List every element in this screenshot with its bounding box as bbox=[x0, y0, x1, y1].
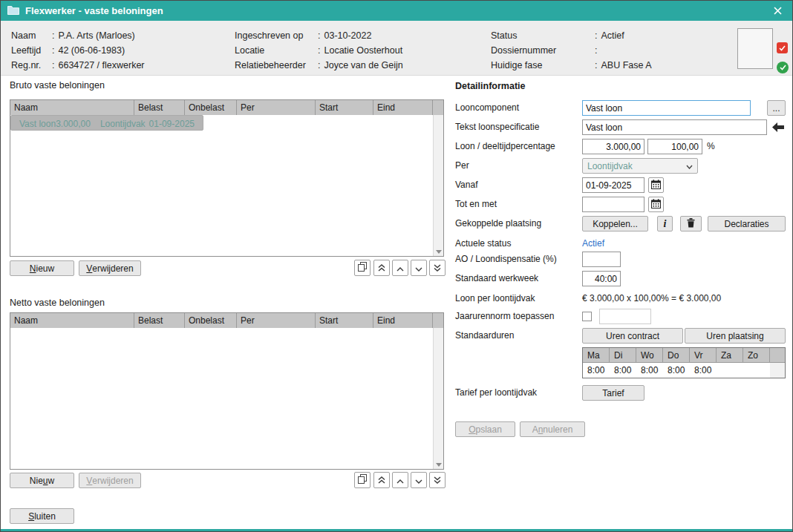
chevron-down-icon bbox=[415, 475, 422, 486]
netto-move-bottom-button[interactable] bbox=[429, 472, 446, 488]
header-field-leeftijd: Leeftijd:42 (06-06-1983) bbox=[11, 43, 145, 58]
per-select-value: Loontijdvak bbox=[587, 161, 633, 171]
tarief-per-loontijdvak-label: Tarief per loontijdvak bbox=[455, 385, 537, 401]
loon-deeltijdpercentage-label: Loon / deeltijdpercentage bbox=[455, 139, 555, 154]
bruto-nieuw-button[interactable]: Nieuw bbox=[10, 260, 74, 276]
weekday-header-cell: Vr bbox=[690, 348, 717, 363]
chevron-up-icon bbox=[396, 475, 404, 486]
per-select[interactable]: Loontijdvak bbox=[582, 158, 698, 174]
bruto-move-down-button[interactable] bbox=[411, 260, 427, 276]
red-status-icon bbox=[777, 42, 788, 53]
bruto-move-bottom-button[interactable] bbox=[429, 260, 446, 276]
column-header: Onbelast bbox=[185, 100, 237, 115]
jaarurennorm-label: Jaarurennorm toepassen bbox=[455, 309, 554, 324]
chevrons-double-up-icon bbox=[378, 475, 385, 486]
bruto-vertical-scrollbar[interactable] bbox=[433, 115, 443, 256]
ao-loondispensatie-input[interactable] bbox=[582, 252, 621, 267]
column-header: Belast bbox=[134, 100, 185, 115]
percent-sign: % bbox=[707, 139, 715, 154]
annuleren-button: Annuleren bbox=[520, 421, 585, 437]
netto-vertical-scrollbar[interactable] bbox=[433, 328, 443, 469]
netto-copy-button[interactable] bbox=[354, 472, 371, 488]
green-check-icon bbox=[777, 62, 789, 73]
weekday-header-cell: Wo bbox=[636, 348, 663, 363]
tot-en-met-input[interactable] bbox=[582, 197, 644, 212]
scroll-down-arrow-icon bbox=[436, 463, 442, 467]
bruto-table: Naam Belast Onbelast Per Start Eind Vast… bbox=[10, 99, 444, 257]
looncomponent-input[interactable] bbox=[582, 100, 751, 116]
info-button[interactable]: i bbox=[657, 216, 673, 231]
bruto-table-row[interactable]: Vast loon 3.000,00 Loontijdvak 01-09-202… bbox=[10, 115, 203, 131]
header-field-status: Status:Actief bbox=[491, 28, 652, 43]
weekday-header-cell: Ma bbox=[583, 348, 610, 363]
header-field-naam: Naam:P.A. Arts (Marloes) bbox=[11, 28, 145, 43]
tot-en-met-calendar-button[interactable] bbox=[648, 197, 664, 212]
header-field-ingeschreven: Ingeschreven op:03-10-2022 bbox=[235, 28, 403, 43]
vanaf-input[interactable] bbox=[582, 177, 644, 193]
looncomponent-label: Looncomponent bbox=[455, 100, 519, 116]
photo-placeholder bbox=[737, 28, 773, 69]
bruto-move-top-button[interactable] bbox=[373, 260, 390, 276]
netto-nieuw-button[interactable]: Nieuw bbox=[10, 473, 74, 488]
opslaan-button: Opslaan bbox=[455, 421, 515, 437]
uren-plaatsing-button[interactable]: Uren plaatsing bbox=[685, 328, 786, 344]
loon-bedrag-input[interactable] bbox=[582, 139, 644, 154]
weekday-header-cell: Za bbox=[717, 348, 743, 363]
column-header: Per bbox=[237, 313, 316, 328]
gekoppelde-plaatsing-label: Gekoppelde plaatsing bbox=[455, 216, 541, 231]
bruto-table-header: Naam Belast Onbelast Per Start Eind bbox=[10, 100, 443, 115]
column-header: Naam bbox=[10, 313, 134, 328]
column-header: Eind bbox=[373, 100, 433, 115]
scroll-corner bbox=[433, 313, 443, 328]
vanaf-calendar-button[interactable] bbox=[648, 177, 664, 193]
standaard-werkweek-label: Standaard werkweek bbox=[455, 271, 538, 286]
copy-icon bbox=[358, 262, 367, 274]
bruto-verwijderen-button[interactable]: Verwijderen bbox=[79, 260, 141, 276]
jaarurennorm-input bbox=[599, 309, 651, 324]
tekst-loonspecificatie-label: Tekst loonspecificatie bbox=[455, 119, 539, 135]
koppelen-button[interactable]: Koppelen... bbox=[582, 216, 648, 231]
header-field-locatie: Locatie:Locatie Oosterhout bbox=[235, 43, 403, 58]
bruto-copy-button[interactable] bbox=[354, 260, 371, 276]
weekday-header: Ma Di Wo Do Vr Za Zo bbox=[583, 348, 785, 363]
tarief-button[interactable]: Tarief bbox=[582, 385, 644, 401]
sluiten-button[interactable]: Sluiten bbox=[10, 508, 74, 524]
declaraties-button[interactable]: Declaraties bbox=[708, 216, 786, 231]
netto-section-title: Netto vaste beloningen bbox=[10, 298, 105, 308]
netto-move-top-button[interactable] bbox=[373, 472, 390, 488]
scroll-corner bbox=[433, 100, 443, 115]
chevron-down-icon bbox=[415, 263, 422, 274]
looncomponent-browse-button[interactable]: ... bbox=[767, 100, 786, 116]
bruto-move-up-button[interactable] bbox=[392, 260, 408, 276]
header-field-regnr: Reg.nr.:6634727 / flexwerker bbox=[11, 58, 145, 73]
netto-move-up-button[interactable] bbox=[392, 472, 408, 488]
folder-icon bbox=[7, 4, 19, 18]
header-field-huidige-fase: Huidige fase:ABU Fase A bbox=[491, 58, 652, 73]
deeltijdpercentage-input[interactable] bbox=[647, 139, 702, 154]
per-label: Per bbox=[455, 158, 469, 174]
loon-per-loontijdvak-label: Loon per loontijdvak bbox=[455, 291, 535, 306]
column-header: Belast bbox=[134, 313, 185, 328]
ontkoppelen-button[interactable] bbox=[680, 216, 702, 231]
uren-contract-button[interactable]: Uren contract bbox=[582, 328, 683, 344]
standaard-werkweek-input[interactable] bbox=[582, 271, 621, 286]
revert-arrow-icon[interactable] bbox=[772, 122, 784, 132]
tot-en-met-label: Tot en met bbox=[455, 197, 497, 212]
netto-move-down-button[interactable] bbox=[411, 472, 427, 488]
header-field-relatiebeheerder: Relatiebeheerder:Joyce van de Geijn bbox=[235, 58, 403, 73]
loon-per-loontijdvak-value: € 3.000,00 x 100,00% = € 3.000,00 bbox=[582, 291, 721, 306]
bruto-section-title: Bruto vaste beloningen bbox=[10, 80, 105, 91]
actuele-status-label: Actuele status bbox=[455, 236, 511, 252]
hours-cell bbox=[717, 363, 743, 378]
jaarurennorm-checkbox[interactable] bbox=[582, 312, 592, 321]
header-col-registration: Ingeschreven op:03-10-2022 Locatie:Locat… bbox=[235, 28, 403, 73]
standaarduren-label: Standaarduren bbox=[455, 328, 514, 344]
week-scrollbar[interactable] bbox=[770, 363, 785, 378]
close-icon[interactable] bbox=[769, 3, 786, 19]
hours-cell: 8:00 bbox=[583, 363, 610, 378]
netto-table: Naam Belast Onbelast Per Start Eind bbox=[10, 312, 444, 470]
copy-icon bbox=[358, 474, 367, 486]
tekst-loonspecificatie-input[interactable] bbox=[582, 119, 767, 135]
column-header: Eind bbox=[373, 313, 433, 328]
actuele-status-link[interactable]: Actief bbox=[582, 236, 604, 252]
